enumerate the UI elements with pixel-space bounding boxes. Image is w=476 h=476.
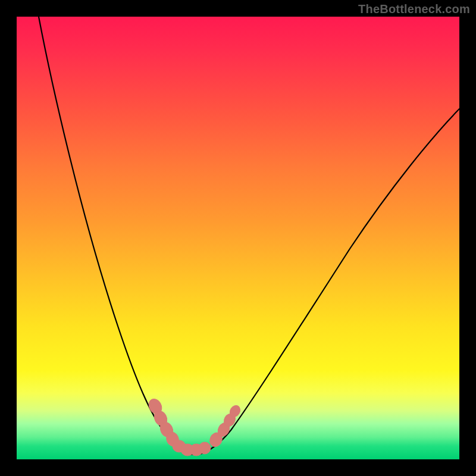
- svg-point-7: [199, 442, 211, 454]
- marker-group: [146, 397, 242, 456]
- chart-svg: [17, 17, 459, 459]
- watermark-text: TheBottleneck.com: [358, 2, 470, 16]
- chart-plot-area: [17, 17, 459, 459]
- bottleneck-curve: [39, 17, 459, 455]
